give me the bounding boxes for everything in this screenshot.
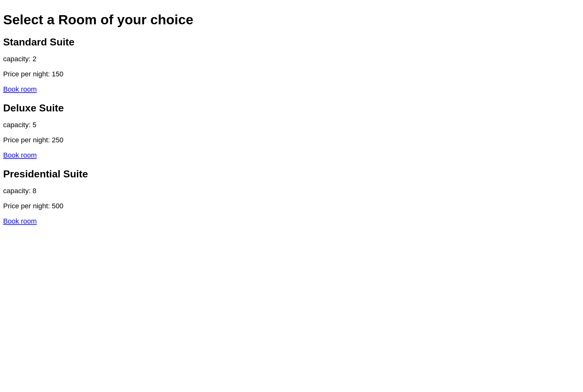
price-label: Price per night:	[3, 70, 52, 78]
room-capacity: capacity: 2	[3, 55, 580, 63]
room-card: Deluxe Suite capacity: 5 Price per night…	[3, 102, 580, 159]
capacity-value: 5	[33, 121, 36, 129]
price-value: 150	[52, 70, 63, 78]
room-name: Deluxe Suite	[3, 102, 580, 114]
book-room-link[interactable]: Book room	[3, 217, 37, 225]
book-link-row: Book room	[3, 217, 580, 225]
book-link-row: Book room	[3, 85, 580, 93]
capacity-label: capacity:	[3, 121, 33, 129]
capacity-value: 2	[33, 55, 36, 63]
room-price: Price per night: 500	[3, 202, 580, 210]
room-price: Price per night: 150	[3, 70, 580, 78]
capacity-label: capacity:	[3, 55, 33, 63]
room-card: Presidential Suite capacity: 8 Price per…	[3, 168, 580, 225]
book-link-row: Book room	[3, 151, 580, 159]
price-label: Price per night:	[3, 202, 52, 210]
price-value: 250	[52, 136, 63, 144]
book-room-link[interactable]: Book room	[3, 85, 37, 93]
room-price: Price per night: 250	[3, 136, 580, 144]
room-capacity: capacity: 5	[3, 121, 580, 129]
room-capacity: capacity: 8	[3, 187, 580, 195]
capacity-value: 8	[33, 187, 36, 195]
price-label: Price per night:	[3, 136, 52, 144]
room-name: Standard Suite	[3, 36, 580, 48]
room-name: Presidential Suite	[3, 168, 580, 180]
page-title: Select a Room of your choice	[3, 12, 580, 27]
book-room-link[interactable]: Book room	[3, 151, 37, 159]
capacity-label: capacity:	[3, 187, 33, 195]
room-card: Standard Suite capacity: 2 Price per nig…	[3, 36, 580, 93]
price-value: 500	[52, 202, 63, 210]
